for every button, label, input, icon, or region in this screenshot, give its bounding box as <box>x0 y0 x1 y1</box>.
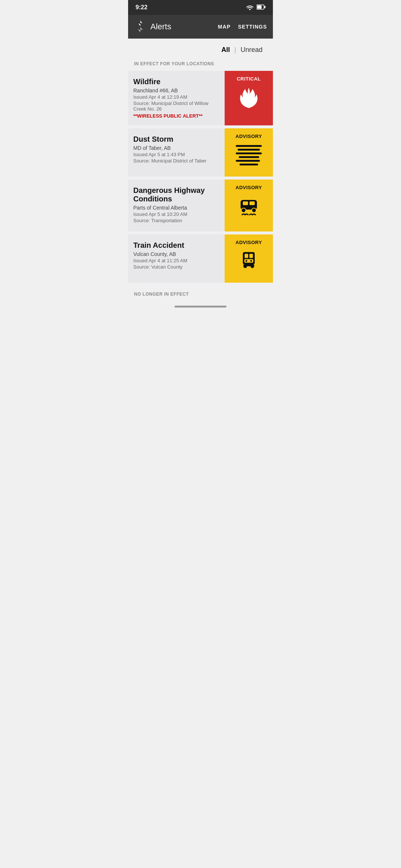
top-bar: Alerts MAP SETTINGS <box>128 15 273 39</box>
svg-point-6 <box>241 208 246 213</box>
alert-list: Wildfire Ranchland #66, AB Issued Apr 4 … <box>128 71 273 286</box>
svg-point-15 <box>245 260 247 262</box>
alert-issued-train-accident: Issued Apr 4 at 11:25 AM <box>133 258 219 263</box>
alert-title-dangerous-highway: Dangerous Highway Conditions <box>133 186 219 203</box>
alert-issued-wildfire: Issued Apr 4 at 12:19 AM <box>133 94 219 100</box>
status-time: 9:22 <box>136 4 147 11</box>
alert-location-train-accident: Vulcan County, AB <box>133 251 219 257</box>
alert-source-dust-storm: Source: Municipal District of Taber <box>133 158 219 164</box>
app-title-area: Alerts <box>134 20 171 34</box>
svg-point-16 <box>250 260 252 262</box>
badge-label-train-accident: ADVISORY <box>235 240 262 245</box>
alert-card-wildfire[interactable]: Wildfire Ranchland #66, AB Issued Apr 4 … <box>128 71 273 125</box>
svg-rect-2 <box>264 6 265 8</box>
train-icon <box>238 250 259 272</box>
alert-card-train-accident[interactable]: Train Accident Vulcan County, AB Issued … <box>128 234 273 283</box>
svg-point-7 <box>252 208 256 213</box>
svg-rect-1 <box>257 5 262 9</box>
home-bar <box>175 306 226 308</box>
alert-info-dust-storm: Dust Storm MD of Taber, AB Issued Apr 5 … <box>128 128 225 177</box>
car-skid-icon <box>237 195 261 220</box>
alert-title-dust-storm: Dust Storm <box>133 135 219 144</box>
alert-info-train-accident: Train Accident Vulcan County, AB Issued … <box>128 234 225 283</box>
alert-title-wildfire: Wildfire <box>133 78 219 86</box>
settings-button[interactable]: SETTINGS <box>238 24 267 30</box>
section-no-longer-in-effect-header: NO LONGER IN EFFECT <box>128 286 273 300</box>
status-icons <box>246 4 265 11</box>
filter-area: All | Unread <box>128 39 273 58</box>
filter-unread-tab[interactable]: Unread <box>236 45 267 55</box>
badge-label-wildfire: CRITICAL <box>237 76 261 82</box>
alert-source-train-accident: Source: Vulcan County <box>133 264 219 270</box>
alert-location-dust-storm: MD of Taber, AB <box>133 145 219 151</box>
alert-title-train-accident: Train Accident <box>133 241 219 250</box>
alert-info-wildfire: Wildfire Ranchland #66, AB Issued Apr 4 … <box>128 71 225 125</box>
alert-card-dangerous-highway[interactable]: Dangerous Highway Conditions Parts of Ce… <box>128 180 273 231</box>
section-in-effect-header: IN EFFECT FOR YOUR LOCATIONS <box>128 58 273 71</box>
svg-rect-4 <box>243 201 248 205</box>
alert-badge-dust-storm: ADVISORY <box>225 128 273 177</box>
home-indicator-area <box>128 300 273 315</box>
top-nav: MAP SETTINGS <box>218 24 267 30</box>
map-button[interactable]: MAP <box>218 24 231 30</box>
alert-info-dangerous-highway: Dangerous Highway Conditions Parts of Ce… <box>128 180 225 231</box>
alert-location-wildfire: Ranchland #66, AB <box>133 88 219 93</box>
alert-location-dangerous-highway: Parts of Central Alberta <box>133 205 219 211</box>
svg-rect-10 <box>250 254 253 258</box>
badge-label-dust-storm: ADVISORY <box>235 134 262 139</box>
alert-source-dangerous-highway: Source: Transportation <box>133 218 219 223</box>
status-bar: 9:22 <box>128 0 273 15</box>
app-title: Alerts <box>150 22 171 32</box>
svg-rect-5 <box>250 201 255 205</box>
alert-issued-dangerous-highway: Issued Apr 5 at 10:20 AM <box>133 211 219 217</box>
alert-badge-dangerous-highway: ADVISORY <box>225 180 273 231</box>
fire-icon <box>237 86 261 111</box>
svg-rect-9 <box>245 254 248 258</box>
filter-all-tab[interactable]: All <box>217 45 234 55</box>
alert-badge-train-accident: ADVISORY <box>225 234 273 283</box>
svg-rect-14 <box>244 264 254 266</box>
dust-storm-icon <box>236 145 262 165</box>
wireless-alert-wildfire: **WIRELESS PUBLIC ALERT** <box>133 113 219 119</box>
alert-issued-dust-storm: Issued Apr 5 at 1:43 PM <box>133 152 219 157</box>
alert-badge-wildfire: CRITICAL <box>225 71 273 125</box>
alerts-logo-icon <box>134 20 147 34</box>
wifi-icon <box>246 4 254 11</box>
alert-source-wildfire: Source: Municipal District of Willow Cre… <box>133 101 219 112</box>
battery-icon <box>257 4 265 11</box>
alert-card-dust-storm[interactable]: Dust Storm MD of Taber, AB Issued Apr 5 … <box>128 128 273 177</box>
badge-label-dangerous-highway: ADVISORY <box>235 185 262 190</box>
